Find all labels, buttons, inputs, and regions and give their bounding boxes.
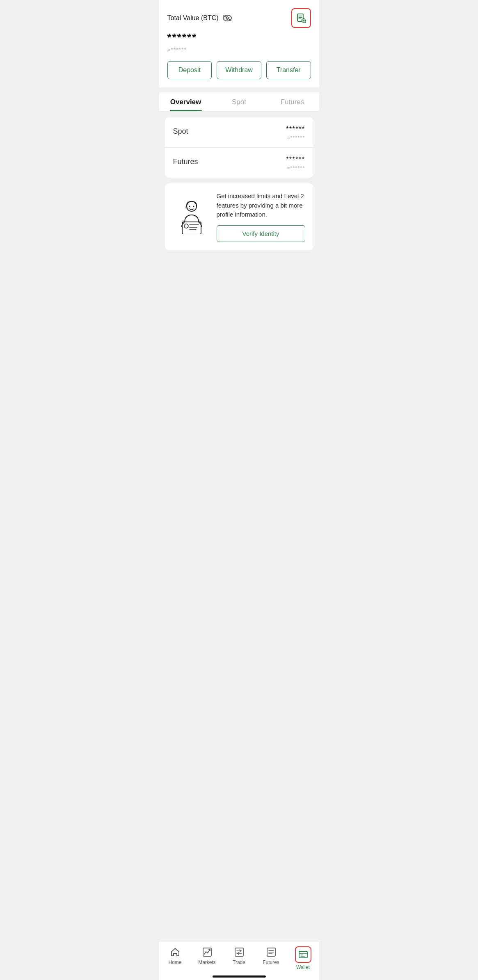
spot-value-main: ****** xyxy=(286,126,305,133)
svg-point-13 xyxy=(184,224,188,228)
report-icon-button[interactable] xyxy=(291,8,311,28)
total-value-label-group: Total Value (BTC) xyxy=(167,14,232,23)
transfer-button[interactable]: Transfer xyxy=(266,61,311,79)
withdraw-button[interactable]: Withdraw xyxy=(217,61,261,79)
verify-identity-button[interactable]: Verify Identity xyxy=(217,225,305,242)
balance-approx: ≈****** xyxy=(167,46,311,53)
svg-line-2 xyxy=(224,16,231,21)
header-area: Total Value (BTC) ****** ≈ xyxy=(159,0,319,87)
tab-overview[interactable]: Overview xyxy=(159,92,213,111)
spot-values: ****** ≈****** xyxy=(286,126,305,141)
action-buttons: Deposit Withdraw Transfer xyxy=(167,61,311,81)
deposit-button[interactable]: Deposit xyxy=(167,61,212,79)
svg-line-8 xyxy=(305,22,306,23)
futures-row: Futures ****** ≈****** xyxy=(165,147,313,178)
futures-label: Futures xyxy=(173,156,198,166)
verify-illustration xyxy=(173,197,210,236)
hide-balance-icon[interactable] xyxy=(223,14,232,23)
tab-futures[interactable]: Futures xyxy=(266,92,319,111)
total-value-row: Total Value (BTC) xyxy=(167,8,311,28)
spot-label: Spot xyxy=(173,126,188,136)
futures-value-main: ****** xyxy=(286,156,305,163)
svg-point-17 xyxy=(189,206,190,207)
futures-values: ****** ≈****** xyxy=(286,156,305,171)
tabs-row: Overview Spot Futures xyxy=(159,92,319,112)
spot-row: Spot ****** ≈****** xyxy=(165,117,313,147)
verify-card: Get increased limits and Level 2 feature… xyxy=(165,183,313,250)
futures-value-approx: ≈****** xyxy=(286,165,305,171)
balance-masked: ****** xyxy=(167,31,311,44)
svg-point-18 xyxy=(193,206,194,207)
main-content: Spot ****** ≈****** Futures ****** ≈****… xyxy=(159,112,319,299)
svg-rect-12 xyxy=(182,222,201,234)
overview-card: Spot ****** ≈****** Futures ****** ≈****… xyxy=(165,117,313,178)
spot-value-approx: ≈****** xyxy=(286,135,305,141)
verify-text: Get increased limits and Level 2 feature… xyxy=(217,192,305,219)
total-value-label: Total Value (BTC) xyxy=(167,14,219,22)
verify-content: Get increased limits and Level 2 feature… xyxy=(217,192,305,242)
tab-spot[interactable]: Spot xyxy=(213,92,266,111)
